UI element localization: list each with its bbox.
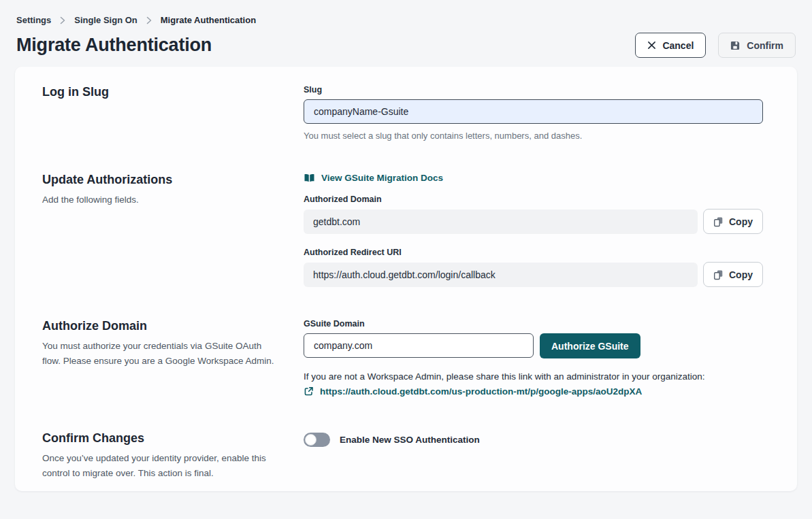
admin-share-link[interactable]: https://auth.cloud.getdbt.com/us-product… xyxy=(304,386,642,397)
section-confirm-changes: Confirm Changes Once you’ve updated your… xyxy=(42,431,763,480)
cancel-button-label: Cancel xyxy=(662,40,694,51)
slug-input[interactable] xyxy=(304,99,763,124)
section-description-authorize-domain: You must authorize your credentials via … xyxy=(42,339,280,368)
section-authorize-domain: Authorize Domain You must authorize your… xyxy=(42,319,763,399)
section-description-confirm-changes: Once you’ve updated your identity provid… xyxy=(42,451,280,480)
copy-redirect-uri-button[interactable]: Copy xyxy=(703,262,763,287)
external-link-icon xyxy=(304,386,314,397)
close-icon xyxy=(647,41,656,50)
authorized-domain-label: Authorized Domain xyxy=(304,195,763,204)
breadcrumb: Settings Single Sign On Migrate Authenti… xyxy=(16,15,796,25)
confirm-button[interactable]: Confirm xyxy=(718,33,796,58)
cancel-button[interactable]: Cancel xyxy=(635,33,706,58)
book-open-icon xyxy=(304,173,315,183)
authorized-domain-value: getdbt.com xyxy=(304,210,698,234)
migrate-authentication-card: Log in Slug Slug You must select a slug … xyxy=(15,67,797,491)
copy-button-label: Copy xyxy=(729,269,753,280)
section-title-login-slug: Log in Slug xyxy=(42,85,280,99)
workspace-admin-note: If you are not a Workspace Admin, please… xyxy=(304,371,763,382)
enable-sso-toggle-label: Enable New SSO Authentication xyxy=(340,435,480,445)
authorize-gsuite-button[interactable]: Authorize GSuite xyxy=(540,333,640,358)
confirm-button-label: Confirm xyxy=(747,40,783,51)
admin-share-link-url: https://auth.cloud.getdbt.com/us-product… xyxy=(320,386,642,397)
copy-authorized-domain-button[interactable]: Copy xyxy=(703,209,763,234)
redirect-uri-label: Authorized Redirect URI xyxy=(304,248,763,257)
docs-link-label: View GSuite Migration Docs xyxy=(321,173,443,183)
section-update-authorizations: Update Authorizations Add the following … xyxy=(42,173,763,287)
page-header: Settings Single Sign On Migrate Authenti… xyxy=(0,0,812,58)
copy-icon xyxy=(713,269,724,280)
slug-label: Slug xyxy=(304,85,763,95)
section-subtitle-update-authorizations: Add the following fields. xyxy=(42,192,280,207)
header-actions: Cancel Confirm xyxy=(635,33,796,58)
breadcrumb-migrate-authentication: Migrate Authentication xyxy=(161,15,256,25)
section-login-slug: Log in Slug Slug You must select a slug … xyxy=(42,85,763,141)
enable-sso-toggle[interactable] xyxy=(304,433,330,447)
redirect-uri-value: https://auth.cloud.getdbt.com/login/call… xyxy=(304,263,698,287)
section-title-update-authorizations: Update Authorizations xyxy=(42,173,280,187)
save-icon xyxy=(730,40,741,50)
copy-button-label: Copy xyxy=(729,216,753,227)
page-title: Migrate Authentication xyxy=(16,35,212,56)
toggle-knob xyxy=(305,434,316,446)
chevron-right-icon xyxy=(146,16,152,24)
gsuite-migration-docs-link[interactable]: View GSuite Migration Docs xyxy=(304,173,443,183)
breadcrumb-single-sign-on[interactable]: Single Sign On xyxy=(74,15,137,25)
breadcrumb-settings[interactable]: Settings xyxy=(16,15,51,25)
gsuite-domain-input[interactable] xyxy=(304,333,534,358)
gsuite-domain-label: GSuite Domain xyxy=(304,319,763,329)
section-title-confirm-changes: Confirm Changes xyxy=(42,431,280,446)
chevron-right-icon xyxy=(60,16,65,24)
section-title-authorize-domain: Authorize Domain xyxy=(42,319,280,333)
slug-helper-text: You must select a slug that only contain… xyxy=(304,131,763,141)
copy-icon xyxy=(713,216,724,227)
